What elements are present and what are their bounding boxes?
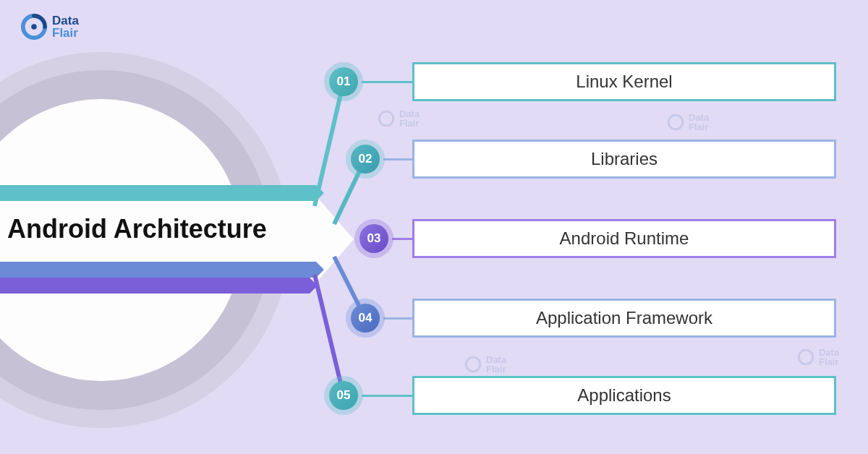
item-label: Android Runtime [560,228,689,249]
node-05: 05 [324,376,363,415]
item-label: Linux Kernel [576,72,672,92]
node-04: 04 [346,299,385,338]
item-box-linux-kernel: Linux Kernel [412,62,836,101]
item-box-application-framework: Application Framework [412,299,836,338]
node-02: 02 [346,140,385,179]
item-box-applications: Applications [412,376,836,415]
node-01: 01 [324,62,363,101]
item-box-libraries: Libraries [412,140,836,179]
item-label: Application Framework [536,308,712,328]
item-box-android-runtime: Android Runtime [412,219,836,258]
connector-line [362,395,414,397]
connector-line [362,81,414,83]
connector-line [383,317,414,320]
node-03: 03 [354,219,393,258]
item-label: Applications [577,385,671,406]
connector-line [383,158,414,160]
item-label: Libraries [591,149,658,169]
connector-line [392,238,414,240]
diagram-title: Android Architecture [7,214,267,244]
